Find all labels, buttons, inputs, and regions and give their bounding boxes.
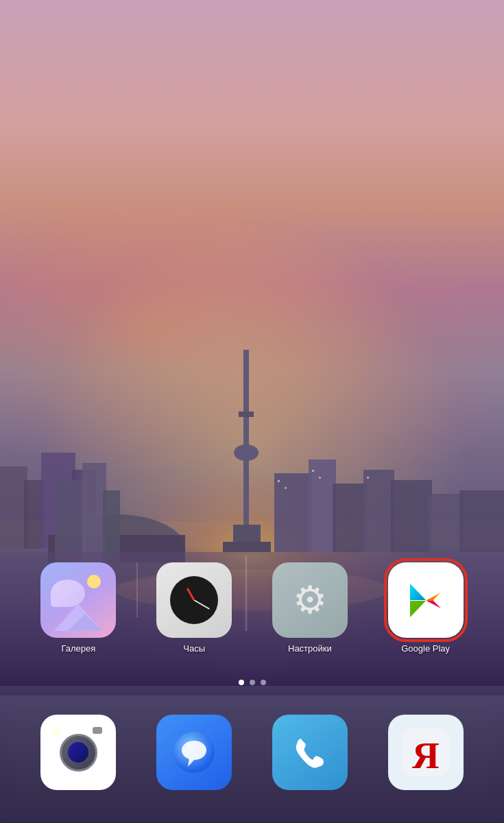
gear-icon: ⚙ (293, 581, 327, 619)
app-settings[interactable]: ⚙ Настройки (252, 557, 368, 659)
svg-marker-35 (410, 584, 426, 600)
camera-lens-inner (68, 742, 88, 763)
svg-marker-36 (410, 601, 426, 617)
settings-label: Настройки (288, 643, 332, 654)
gallery-sun (87, 575, 101, 588)
camera-bump (93, 727, 102, 734)
app-gallery[interactable]: Галерея (21, 557, 136, 659)
svg-point-41 (182, 741, 206, 760)
clock-face (170, 576, 218, 624)
dock-camera[interactable] (21, 709, 136, 796)
dock-yandex[interactable]: Я (368, 709, 483, 796)
yandex-icon: Я (388, 715, 464, 790)
app-clock[interactable]: Часы (136, 557, 252, 659)
camera-icon (40, 715, 116, 790)
clock-minute-hand (194, 599, 211, 610)
google-play-logo (403, 578, 448, 623)
phone-svg (289, 732, 331, 773)
page-indicators (0, 680, 504, 685)
dock: Я (0, 695, 504, 823)
page-dot-2 (250, 680, 255, 685)
google-play-label: Google Play (401, 643, 450, 654)
page-dot-1 (239, 680, 244, 685)
gallery-icon (40, 562, 116, 638)
app-google-play[interactable]: Google Play (368, 557, 483, 659)
camera-lens (60, 734, 97, 772)
settings-icon: ⚙ (272, 562, 348, 638)
phone-icon (272, 715, 348, 790)
svg-marker-39 (427, 600, 433, 601)
svg-marker-38 (427, 601, 441, 608)
svg-text:Я: Я (412, 735, 440, 776)
home-screen: Галерея Часы ⚙ Настройки (0, 0, 504, 823)
messages-svg (170, 728, 218, 776)
clock-hour-hand (187, 588, 195, 601)
yandex-svg: Я (402, 728, 450, 776)
messages-icon (156, 715, 232, 790)
clock-label: Часы (183, 643, 205, 654)
main-app-grid: Галерея Часы ⚙ Настройки (0, 543, 504, 673)
gallery-label: Галерея (61, 643, 95, 654)
page-dot-3 (261, 680, 266, 685)
clock-icon (156, 562, 232, 638)
dock-phone[interactable] (252, 709, 368, 796)
camera-flash (53, 727, 61, 735)
google-play-icon (388, 562, 464, 638)
dock-messages[interactable] (136, 709, 252, 796)
svg-marker-37 (427, 593, 441, 600)
